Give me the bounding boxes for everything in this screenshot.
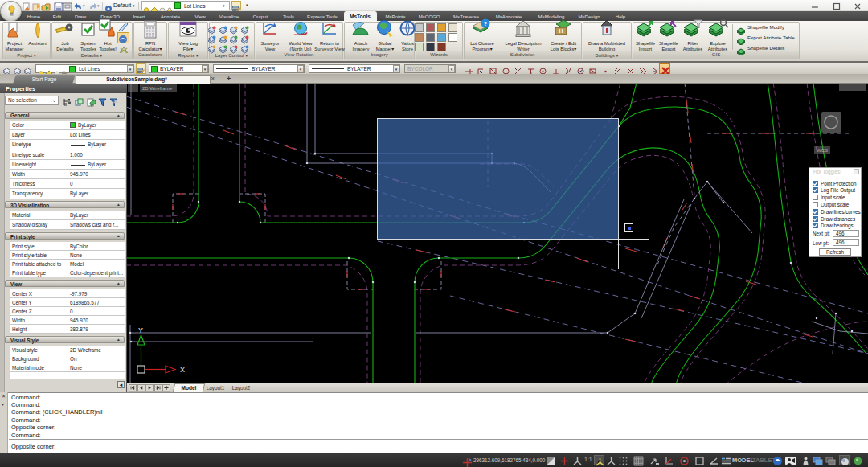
- svg-text:H: H: [559, 28, 563, 34]
- svg-text:2D Wireframe: 2D Wireframe: [142, 86, 173, 91]
- svg-text:?: ?: [484, 20, 488, 27]
- svg-text:Y: Y: [138, 326, 143, 334]
- svg-text:X: X: [180, 366, 185, 374]
- svg-text:WCS: WCS: [817, 148, 828, 153]
